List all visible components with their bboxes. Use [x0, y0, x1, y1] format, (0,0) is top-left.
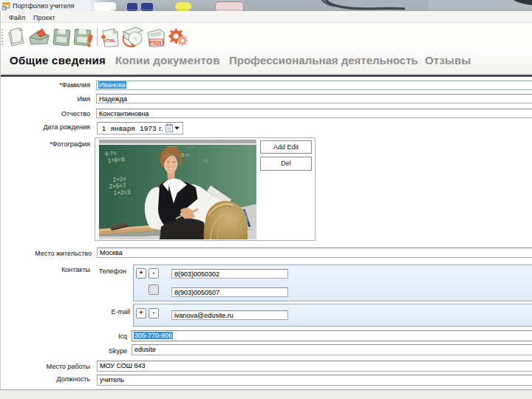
svg-text:+ =: + =	[188, 145, 194, 149]
svg-text:PRINT: PRINT	[150, 40, 165, 45]
svg-text:1+2=3: 1+2=3	[114, 188, 132, 197]
svg-text:HTML: HTML	[103, 38, 116, 43]
svg-text:+8: +8	[202, 158, 208, 163]
